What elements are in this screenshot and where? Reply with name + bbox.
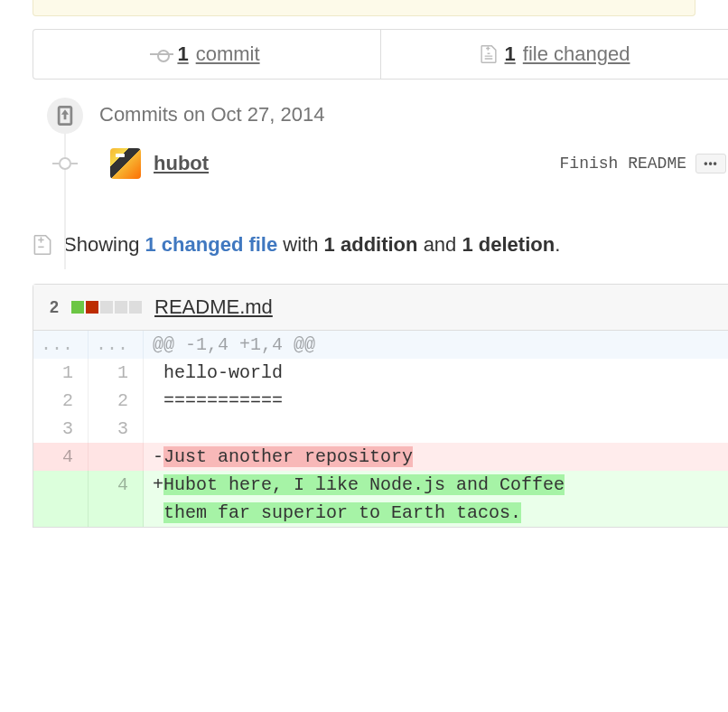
timeline-badge: [47, 98, 83, 134]
line-num-new[interactable]: 3: [89, 415, 144, 443]
commit-icon: [154, 46, 170, 62]
commits-label: commit: [196, 42, 260, 66]
hunk-header-row: ... ... @@ -1,4 +1,4 @@: [33, 331, 728, 359]
diff-filename-link[interactable]: README.md: [154, 295, 273, 319]
hunk-header: @@ -1,4 +1,4 @@: [144, 331, 728, 359]
diff-line-add: them far superior to Earth tacos.: [33, 499, 728, 527]
line-num-old[interactable]: [33, 499, 89, 527]
repo-push-icon: [57, 106, 73, 126]
svg-rect-1: [487, 46, 488, 50]
diffstat-block-neutral: [129, 301, 142, 314]
commit-summary-bar: 1 commit 1 file changed: [33, 29, 728, 80]
code-cell: ===========: [144, 387, 728, 415]
diff-summary-line: Showing 1 changed file with 1 addition a…: [33, 233, 695, 257]
file-diff-icon: [33, 233, 52, 257]
diff-change-count: 2: [50, 298, 59, 317]
changed-files-link[interactable]: 1 changed file: [145, 233, 278, 256]
line-num-old[interactable]: 4: [33, 443, 89, 471]
code-cell: them far superior to Earth tacos.: [144, 499, 728, 527]
commits-timeline: Commits on Oct 27, 2014 hubot Finish REA…: [33, 98, 728, 233]
deletions-count: 1 deletion: [462, 233, 555, 256]
showing-mid2: and: [424, 233, 457, 256]
files-label: file changed: [523, 42, 630, 66]
diff-highlight: Hubot here, I like Node.js and Coffee: [163, 474, 565, 495]
files-count: 1: [505, 42, 516, 66]
diffstat-block-neutral: [100, 301, 113, 314]
diff-table: ... ... @@ -1,4 +1,4 @@ 11 hello-world22…: [33, 331, 728, 527]
commits-count: 1: [177, 42, 188, 66]
code-cell: +Hubot here, I like Node.js and Coffee: [144, 471, 728, 499]
diff-line-del: 4-Just another repository: [33, 443, 728, 471]
line-num-new[interactable]: 2: [89, 387, 144, 415]
files-changed-tab[interactable]: 1 file changed: [381, 30, 728, 79]
line-num-old[interactable]: 1: [33, 359, 89, 387]
commit-expand-button[interactable]: •••: [695, 154, 726, 173]
line-num-old[interactable]: 3: [33, 415, 89, 443]
line-num-old[interactable]: 2: [33, 387, 89, 415]
diff-line-ctx: 11 hello-world: [33, 359, 728, 387]
diffstat-blocks: [71, 301, 142, 314]
line-num-old[interactable]: ...: [33, 331, 89, 359]
additions-count: 1 addition: [324, 233, 418, 256]
alert-bar-remnant: [33, 0, 695, 16]
showing-mid1: with: [283, 233, 318, 256]
diff-line-add: 4+Hubot here, I like Node.js and Coffee: [33, 471, 728, 499]
diff-highlight: them far superior to Earth tacos.: [163, 502, 521, 523]
diffstat-block-neutral: [115, 301, 127, 314]
showing-suffix: .: [555, 233, 560, 256]
commit-message[interactable]: Finish README: [560, 155, 686, 173]
commit-author-link[interactable]: hubot: [154, 152, 209, 175]
diff-file-box: 2 README.md ... ... @@ -1,4 +1,4 @@ 11 h…: [33, 284, 728, 528]
file-diff-icon: [480, 43, 498, 65]
diff-line-ctx: 33: [33, 415, 728, 443]
diffstat-block-add: [71, 301, 84, 314]
svg-rect-3: [41, 237, 42, 242]
svg-rect-4: [38, 247, 43, 248]
line-num-old[interactable]: [33, 471, 89, 499]
code-cell: hello-world: [144, 359, 728, 387]
diff-file-header: 2 README.md: [33, 285, 728, 331]
line-num-new[interactable]: ...: [89, 331, 144, 359]
line-num-new[interactable]: [89, 499, 144, 527]
commits-date-heading: Commits on Oct 27, 2014: [33, 98, 728, 126]
diff-highlight: Just another repository: [163, 446, 413, 467]
showing-prefix: Showing: [63, 233, 139, 256]
line-num-new[interactable]: 1: [89, 359, 144, 387]
commits-tab[interactable]: 1 commit: [33, 30, 381, 79]
commit-node-icon: [59, 157, 71, 170]
timeline-connector: [64, 134, 66, 269]
commit-row: hubot Finish README •••: [33, 148, 728, 179]
line-num-new[interactable]: [89, 443, 144, 471]
code-cell: -Just another repository: [144, 443, 728, 471]
code-cell: [144, 415, 728, 443]
line-num-new[interactable]: 4: [89, 471, 144, 499]
avatar[interactable]: [110, 148, 141, 179]
diff-line-ctx: 22 ===========: [33, 387, 728, 415]
diffstat-block-del: [86, 301, 98, 314]
